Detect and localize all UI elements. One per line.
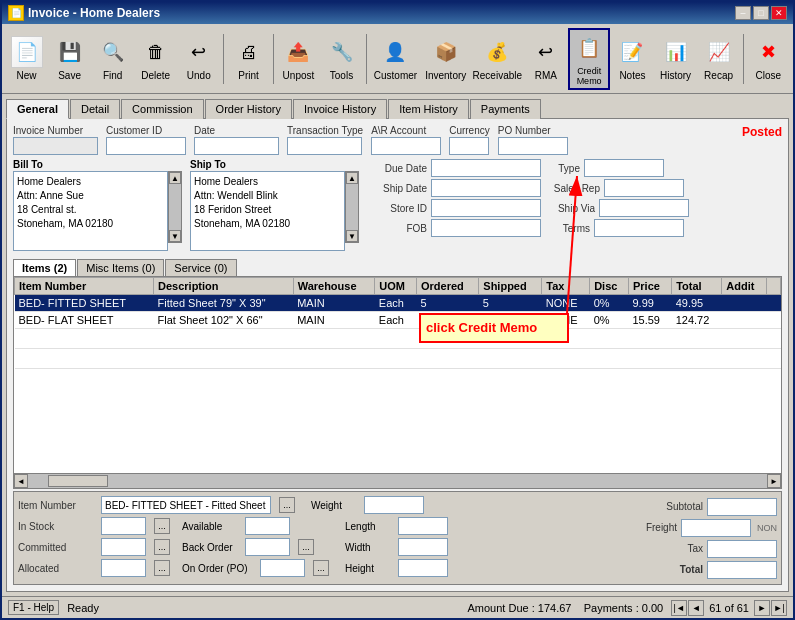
ship-date-label: Ship Date <box>367 183 427 194</box>
type-input[interactable] <box>584 159 664 177</box>
items-tab-misc[interactable]: Misc Items (0) <box>77 259 164 276</box>
items-tab-service[interactable]: Service (0) <box>165 259 236 276</box>
delete-button[interactable]: Delete <box>135 28 176 90</box>
rma-button[interactable]: RMA <box>525 28 566 90</box>
cell-shipped: 5 <box>479 295 542 312</box>
item-browse-button[interactable]: ... <box>279 497 295 513</box>
tax-input[interactable]: 0.00 <box>707 540 777 558</box>
allocated-browse[interactable]: ... <box>154 560 170 576</box>
freight-label: Freight <box>622 522 677 533</box>
undo-icon <box>183 36 215 68</box>
in-stock-input[interactable]: 9 <box>101 517 146 535</box>
items-tab-items[interactable]: Items (2) <box>13 259 76 276</box>
customer-button[interactable]: Customer <box>371 28 420 90</box>
nav-next-button[interactable]: ► <box>754 600 770 616</box>
empty-row <box>15 349 781 369</box>
cell-tax: NONE <box>542 312 590 329</box>
minimize-button[interactable]: – <box>735 6 751 20</box>
scroll-right-button[interactable]: ► <box>767 474 781 488</box>
on-order-browse[interactable]: ... <box>313 560 329 576</box>
tab-general[interactable]: General <box>6 99 69 119</box>
invoice-number-input[interactable]: SI-10071 <box>13 137 98 155</box>
tab-order-history[interactable]: Order History <box>205 99 292 119</box>
save-button[interactable]: Save <box>49 28 90 90</box>
tab-detail[interactable]: Detail <box>70 99 120 119</box>
inventory-button[interactable]: Inventory <box>422 28 469 90</box>
back-order-browse[interactable]: ... <box>298 539 314 555</box>
width-input[interactable]: 0 <box>398 538 448 556</box>
tab-commission[interactable]: Commission <box>121 99 204 119</box>
weight-input[interactable]: 0 lbs <box>364 496 424 514</box>
items-tabs: Items (2) Misc Items (0) Service (0) <box>13 259 782 276</box>
customer-id-input[interactable]: C10001 <box>106 137 186 155</box>
tab-content: Invoice Number SI-10071 Customer ID C100… <box>6 118 789 592</box>
recap-button[interactable]: Recap <box>698 28 739 90</box>
cell-scroll <box>767 295 781 312</box>
new-button[interactable]: New <box>6 28 47 90</box>
cell-scroll <box>767 312 781 329</box>
nav-prev-button[interactable]: ◄ <box>688 600 704 616</box>
terms-input[interactable]: 5% 5 Net 30 <box>594 219 684 237</box>
tab-item-history[interactable]: Item History <box>388 99 469 119</box>
history-button[interactable]: History <box>655 28 696 90</box>
tab-payments[interactable]: Payments <box>470 99 541 119</box>
creditmemo-button[interactable]: Credit Memo <box>568 28 610 90</box>
due-date-input[interactable]: 18-06-2009 <box>431 159 541 177</box>
ship-scroll-down[interactable]: ▼ <box>346 230 358 242</box>
store-id-input[interactable] <box>431 199 541 217</box>
ship-scroll-up[interactable]: ▲ <box>346 172 358 184</box>
in-stock-browse[interactable]: ... <box>154 518 170 534</box>
nav-first-button[interactable]: |◄ <box>671 600 687 616</box>
currency-input[interactable]: USD <box>449 137 489 155</box>
back-order-input[interactable]: 0 <box>245 538 290 556</box>
undo-button[interactable]: Undo <box>178 28 219 90</box>
receivable-button[interactable]: Receivable <box>471 28 523 90</box>
tab-invoice-history[interactable]: Invoice History <box>293 99 387 119</box>
unpost-button[interactable]: Unpost <box>278 28 319 90</box>
notes-button[interactable]: Notes <box>612 28 653 90</box>
committed-browse[interactable]: ... <box>154 539 170 555</box>
ship-date-input[interactable]: 19-05-2009 <box>431 179 541 197</box>
available-label: Available <box>182 521 237 532</box>
print-button[interactable]: Print <box>228 28 269 90</box>
bill-scroll-down[interactable]: ▼ <box>169 230 181 242</box>
inventory-icon <box>430 36 462 68</box>
table-row[interactable]: BED- FLAT SHEET Flat Sheet 102" X 66" MA… <box>15 312 781 329</box>
recap-icon <box>703 36 735 68</box>
table-row[interactable]: BED- FITTED SHEET Fitted Sheet 79" X 39"… <box>15 295 781 312</box>
available-input[interactable]: 9 <box>245 517 290 535</box>
col-uom: UOM <box>375 278 417 295</box>
recap-label: Recap <box>704 70 733 81</box>
transaction-type-input[interactable]: Invoice <box>287 137 362 155</box>
bill-scroll-up[interactable]: ▲ <box>169 172 181 184</box>
scroll-left-button[interactable]: ◄ <box>14 474 28 488</box>
allocated-input[interactable]: 0 <box>101 559 146 577</box>
fob-input[interactable] <box>431 219 541 237</box>
scroll-thumb[interactable] <box>48 475 108 487</box>
window-close-button[interactable]: ✕ <box>771 6 787 20</box>
item-number-display[interactable] <box>101 496 271 514</box>
maximize-button[interactable]: □ <box>753 6 769 20</box>
committed-input[interactable]: 0 <box>101 538 146 556</box>
find-button[interactable]: Find <box>92 28 133 90</box>
po-number-label: PO Number <box>498 125 568 136</box>
on-order-input[interactable]: 0 <box>260 559 305 577</box>
tools-button[interactable]: Tools <box>321 28 362 90</box>
freight-input[interactable]: 0.00 <box>681 519 751 537</box>
app-icon: 📄 <box>8 5 24 21</box>
unpost-label: Unpost <box>283 70 315 81</box>
nav-last-button[interactable]: ►| <box>771 600 787 616</box>
po-number-input[interactable] <box>498 137 568 155</box>
subtotal-input[interactable]: 174.67 <box>707 498 777 516</box>
ship-via-input[interactable]: UPS Ground <box>599 199 689 217</box>
height-input[interactable]: 0 <box>398 559 448 577</box>
items-table-container: Item Number Description Warehouse UOM Or… <box>13 276 782 489</box>
total-input[interactable]: 174.67 <box>707 561 777 579</box>
bottom-panel: Item Number ... Weight 0 lbs In Stock <box>13 491 782 585</box>
ar-account-input[interactable]: 1200-01 <box>371 137 441 155</box>
horizontal-scrollbar[interactable]: ◄ ► <box>14 473 781 488</box>
sales-rep-input[interactable]: SR10001 <box>604 179 684 197</box>
date-input[interactable]: 19-05-2009 <box>194 137 279 155</box>
close-button[interactable]: Close <box>748 28 789 90</box>
length-input[interactable]: 0 <box>398 517 448 535</box>
